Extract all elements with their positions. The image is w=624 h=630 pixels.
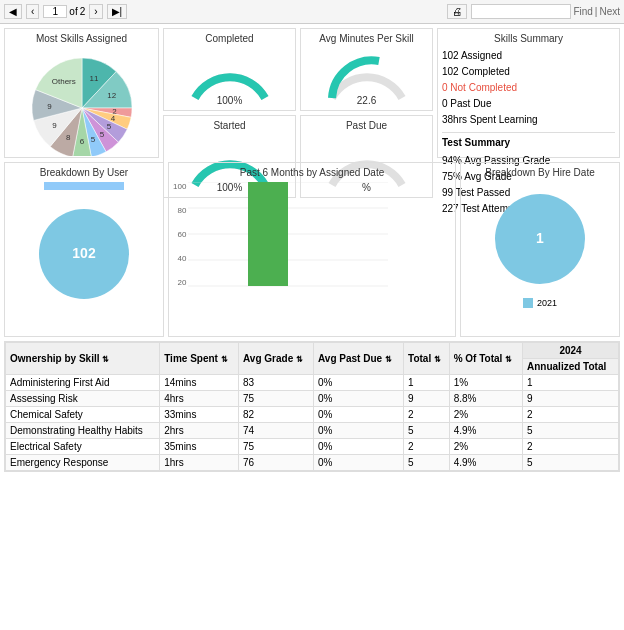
svg-text:5: 5: [90, 135, 95, 144]
spent-row: 38hrs Spent Learning: [442, 112, 615, 128]
bar-chart-card: Past 6 Months by Assigned Date 100 80 60…: [168, 162, 456, 337]
search-area: Find | Next: [471, 4, 620, 19]
next-button[interactable]: ›: [89, 4, 102, 19]
page-input[interactable]: [43, 5, 67, 18]
svg-rect-19: [248, 182, 288, 286]
table-cell: 5: [404, 455, 450, 471]
table-cell: 5: [523, 423, 619, 439]
col-annualized[interactable]: Annualized Total: [523, 359, 619, 375]
table-row: Administering First Aid14mins830%11%1: [6, 375, 619, 391]
year-header: 2024: [523, 343, 619, 359]
table-cell: 82: [239, 407, 314, 423]
col-total[interactable]: Total ⇅: [404, 343, 450, 375]
table-cell: 4.9%: [449, 423, 522, 439]
table-row: Electrical Safety35mins750%22%2: [6, 439, 619, 455]
breakdown-user-card: Breakdown By User 102: [4, 162, 164, 337]
table-cell: 2%: [449, 407, 522, 423]
svg-text:11: 11: [89, 74, 98, 83]
not-completed-row: 0 Not Completed: [442, 80, 615, 96]
next-find-label[interactable]: Next: [599, 6, 620, 17]
find-label[interactable]: Find: [573, 6, 592, 17]
search-input[interactable]: [471, 4, 571, 19]
table-cell: 0%: [313, 439, 403, 455]
table-cell: Electrical Safety: [6, 439, 160, 455]
table-cell: 0%: [313, 391, 403, 407]
table-cell: 76: [239, 455, 314, 471]
table-row: Assessing Risk4hrs750%98.8%9: [6, 391, 619, 407]
table-row: Demonstrating Healthy Habits2hrs740%54.9…: [6, 423, 619, 439]
gauges-area: Completed 100% Avg Minutes Per Skill 22.…: [163, 28, 433, 158]
col-avg-grade[interactable]: Avg Grade ⇅: [239, 343, 314, 375]
end-button[interactable]: ▶|: [107, 4, 128, 19]
page-separator: of: [69, 6, 77, 17]
table-cell: Administering First Aid: [6, 375, 160, 391]
bar-chart-title: Past 6 Months by Assigned Date: [173, 167, 451, 178]
skills-table: Ownership by Skill ⇅ Time Spent ⇅ Avg Gr…: [5, 342, 619, 471]
svg-text:6: 6: [79, 137, 84, 146]
col-ownership[interactable]: Ownership by Skill ⇅: [6, 343, 160, 375]
col-time-spent[interactable]: Time Spent ⇅: [160, 343, 239, 375]
assigned-row: 102 Assigned: [442, 48, 615, 64]
svg-text:9: 9: [47, 102, 52, 111]
back-button[interactable]: ◀: [4, 4, 22, 19]
table-cell: 2: [404, 439, 450, 455]
row1: Most Skills Assigned 1112245556899Others…: [4, 28, 620, 158]
table-cell: 35mins: [160, 439, 239, 455]
hire-donut-svg: 1: [480, 187, 600, 297]
breakdown-hire-title: Breakdown By Hire Date: [465, 167, 615, 178]
hire-legend: 2021: [465, 298, 615, 308]
avg-minutes-value: 22.6: [305, 95, 428, 106]
prev-button[interactable]: ‹: [26, 4, 39, 19]
test-summary-title: Test Summary: [442, 135, 615, 151]
table-cell: 33mins: [160, 407, 239, 423]
avg-minutes-title: Avg Minutes Per Skill: [305, 33, 428, 44]
table-cell: 2hrs: [160, 423, 239, 439]
skills-summary-card: Skills Summary 102 Assigned 102 Complete…: [437, 28, 620, 158]
export-button[interactable]: 🖨: [447, 4, 467, 19]
table-cell: 1hrs: [160, 455, 239, 471]
pie-chart-svg: 1112245556899Others: [12, 48, 152, 156]
hire-legend-label: 2021: [537, 298, 557, 308]
svg-text:5: 5: [106, 122, 111, 131]
hire-legend-color: [523, 298, 533, 308]
svg-text:1: 1: [536, 230, 544, 246]
table-cell: 5: [404, 423, 450, 439]
table-cell: 75: [239, 391, 314, 407]
svg-text:102: 102: [72, 245, 96, 261]
skills-summary-title: Skills Summary: [442, 33, 615, 44]
user-circle-chart: 102: [9, 194, 159, 314]
table-cell: Assessing Risk: [6, 391, 160, 407]
svg-text:Others: Others: [51, 77, 75, 86]
table-cell: 2: [523, 439, 619, 455]
svg-text:5: 5: [99, 130, 104, 139]
table-cell: 9: [523, 391, 619, 407]
table-cell: 2: [404, 407, 450, 423]
svg-text:9: 9: [52, 121, 57, 130]
table-cell: 75: [239, 439, 314, 455]
skills-summary-body: 102 Assigned 102 Completed 0 Not Complet…: [442, 48, 615, 128]
breakdown-hire-card: Breakdown By Hire Date 1 2021: [460, 162, 620, 337]
past-due-title: Past Due: [305, 120, 428, 131]
hire-circle-chart: 1: [465, 182, 615, 302]
col-avg-past-due[interactable]: Avg Past Due ⇅: [313, 343, 403, 375]
table-cell: Emergency Response: [6, 455, 160, 471]
table-cell: 1: [404, 375, 450, 391]
started-title: Started: [168, 120, 291, 131]
table-cell: 0%: [313, 423, 403, 439]
table-cell: 5: [523, 455, 619, 471]
main-content: Most Skills Assigned 1112245556899Others…: [0, 24, 624, 476]
completed-title: Completed: [168, 33, 291, 44]
y-axis: 100 80 60 40 20: [173, 182, 188, 302]
svg-text:8: 8: [65, 133, 70, 142]
table-cell: 1%: [449, 375, 522, 391]
avg-minutes-card: Avg Minutes Per Skill 22.6: [300, 28, 433, 111]
table-cell: 0%: [313, 455, 403, 471]
most-skills-card: Most Skills Assigned 1112245556899Others: [4, 28, 159, 158]
row2: Breakdown By User 102 Past 6 Months by A…: [4, 162, 620, 337]
table-cell: 0%: [313, 407, 403, 423]
col-pct-total[interactable]: % Of Total ⇅: [449, 343, 522, 375]
user-donut-svg: 102: [29, 199, 139, 309]
table-cell: 1: [523, 375, 619, 391]
table-body: Administering First Aid14mins830%11%1Ass…: [6, 375, 619, 471]
bar-chart-area: 100 80 60 40 20: [173, 182, 451, 312]
